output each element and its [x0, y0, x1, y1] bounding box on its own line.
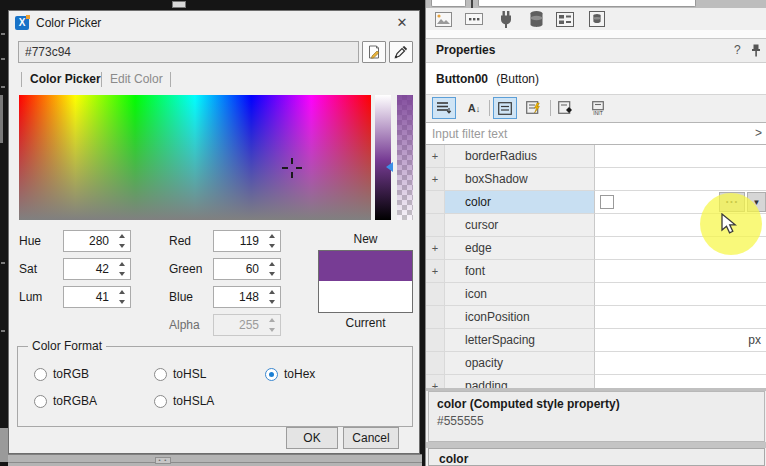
init-icon[interactable]: INIT [586, 97, 610, 119]
blue-value: 148 [239, 287, 259, 307]
lum-spin-buttons[interactable] [114, 287, 130, 307]
property-row-boxShadow[interactable]: + boxShadow [426, 168, 766, 191]
property-row-borderRadius[interactable]: + borderRadius [426, 145, 766, 168]
reset-diamond-icon[interactable] [554, 97, 578, 119]
radio-tohsla[interactable]: toHSLA [154, 393, 214, 409]
property-value[interactable] [594, 145, 766, 168]
property-row-letterSpacing[interactable]: letterSpacing px [426, 329, 766, 352]
color-picker-dialog: X Color Picker ✕ Color Picker Edit Color [8, 10, 420, 454]
green-spin-buttons[interactable] [264, 259, 280, 279]
blue-spin-buttons[interactable] [264, 287, 280, 307]
form-icon[interactable] [555, 9, 575, 29]
radio-label: toHSL [173, 367, 206, 381]
properties-header[interactable]: Properties ? [426, 38, 766, 63]
expand-icon[interactable]: + [426, 237, 445, 260]
red-spin-buttons[interactable] [264, 231, 280, 251]
radio-torgb[interactable]: toRGB [34, 366, 89, 382]
left-scrollbar-thumb[interactable] [0, 95, 3, 143]
radio-icon [34, 395, 47, 408]
image-icon[interactable] [433, 9, 453, 29]
left-edge-tick [1, 58, 5, 60]
property-value[interactable] [594, 352, 766, 375]
ok-button[interactable]: OK [286, 427, 338, 449]
dialog-titlebar[interactable]: X Color Picker ✕ [9, 11, 419, 35]
expand-icon[interactable]: + [426, 260, 445, 283]
plug-icon[interactable] [496, 9, 516, 29]
green-spinbox[interactable]: 60 [213, 258, 281, 280]
hex-color-input[interactable] [18, 41, 359, 63]
property-value[interactable] [594, 375, 766, 388]
radio-label: toRGBA [53, 394, 97, 408]
left-edge-tick [1, 262, 5, 264]
saturation-hue-gradient[interactable] [19, 95, 371, 220]
property-row-font[interactable]: + font [426, 260, 766, 283]
sort-by-category-icon[interactable] [432, 97, 456, 119]
expand-icon[interactable]: + [426, 168, 445, 191]
blue-spinbox[interactable]: 148 [213, 286, 281, 308]
property-value[interactable] [594, 306, 766, 329]
lum-spinbox[interactable]: 41 [63, 286, 131, 308]
data-box-icon[interactable] [587, 9, 607, 29]
left-edge-segment [0, 428, 8, 462]
left-edge-tick [1, 86, 5, 88]
eyedropper-button[interactable] [389, 41, 413, 63]
alpha-strip[interactable] [397, 95, 413, 220]
property-label: cursor [445, 214, 594, 237]
sat-spinbox[interactable]: 42 [63, 258, 131, 280]
expand-icon[interactable]: + [426, 145, 445, 168]
expand-icon [426, 352, 445, 375]
tab-edit-color[interactable]: Edit Color [110, 69, 163, 89]
property-row-opacity[interactable]: opacity [426, 352, 766, 375]
help-icon[interactable]: ? [734, 39, 741, 62]
color-crosshair[interactable] [282, 158, 302, 178]
property-label: borderRadius [445, 145, 594, 168]
hue-spinbox[interactable]: 280 [63, 230, 131, 252]
expand-icon[interactable] [426, 191, 445, 214]
dots-icon[interactable] [464, 9, 484, 29]
radio-icon [154, 368, 167, 381]
property-bolt-icon[interactable] [522, 97, 546, 119]
cancel-button[interactable]: Cancel [343, 427, 399, 449]
luminance-marker-icon[interactable] [386, 162, 393, 172]
radio-label: toRGB [53, 367, 89, 381]
property-row-iconPosition[interactable]: iconPosition [426, 306, 766, 329]
radio-torgba[interactable]: toRGBA [34, 393, 97, 409]
bottom-splitter[interactable]: • • • [8, 454, 422, 466]
luminance-strip[interactable] [375, 95, 391, 220]
property-value[interactable] [594, 168, 766, 191]
selected-object-row[interactable]: Button00 (Button) [426, 63, 766, 95]
splitter-line [8, 462, 422, 463]
property-value[interactable] [594, 283, 766, 306]
property-row-padding[interactable]: + padding [426, 375, 766, 388]
property-row-icon[interactable]: icon [426, 283, 766, 306]
hue-spin-buttons[interactable] [114, 231, 130, 251]
sort-alpha-icon[interactable]: A↓ [462, 97, 486, 119]
panel-top-sliver [426, 0, 766, 8]
radio-label: toHex [284, 367, 315, 381]
sat-spin-buttons[interactable] [114, 259, 130, 279]
show-properties-icon[interactable] [493, 97, 517, 119]
splitter-grip[interactable] [172, 1, 186, 8]
bottom-section-title: color [439, 452, 468, 466]
panel-band [426, 30, 766, 38]
database-icon[interactable] [526, 9, 546, 29]
property-value[interactable]: px [594, 329, 766, 352]
property-label: padding [445, 375, 594, 388]
splitter-grip-dots[interactable]: • • • [155, 457, 171, 464]
lum-label: Lum [19, 286, 42, 308]
pin-icon[interactable] [750, 44, 762, 60]
radio-tohex[interactable]: toHex [265, 366, 315, 382]
object-name: Button00 [436, 72, 488, 86]
filter-chevron-icon[interactable]: > [755, 123, 762, 144]
red-spinbox[interactable]: 119 [213, 230, 281, 252]
expand-icon[interactable]: + [426, 375, 445, 388]
tab-color-picker[interactable]: Color Picker [30, 69, 101, 89]
radio-tohsl[interactable]: toHSL [154, 366, 206, 382]
close-icon[interactable]: ✕ [393, 11, 411, 35]
color-swatch-checkbox[interactable] [600, 195, 614, 209]
filter-input[interactable] [426, 123, 746, 144]
property-value[interactable] [594, 260, 766, 283]
hue-label: Hue [19, 230, 41, 252]
copy-color-button[interactable] [362, 41, 386, 63]
color-format-group: Color Format toRGB toHSL toHex toRGBA to… [17, 346, 413, 427]
